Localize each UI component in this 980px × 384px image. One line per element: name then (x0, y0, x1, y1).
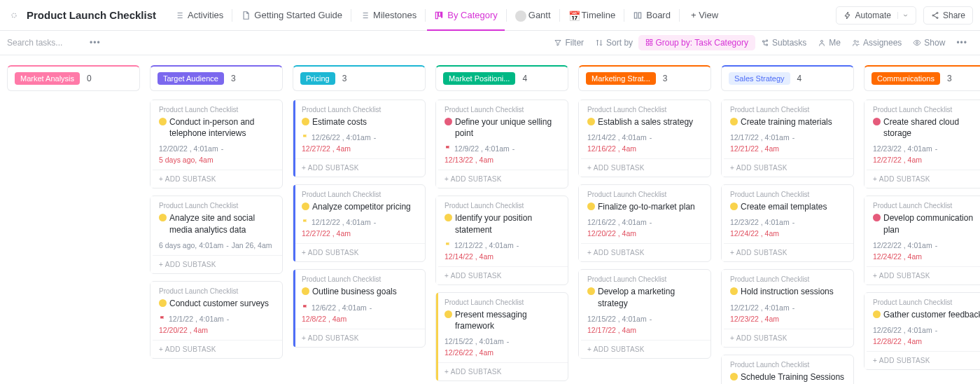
task-card[interactable]: Product Launch Checklist Estimate costs … (293, 100, 426, 177)
column-header[interactable]: Market Analysis0 (7, 65, 140, 91)
due-date: 12/26/22 , 4am (444, 348, 493, 357)
add-subtask-button[interactable]: + ADD SUBTASK (722, 329, 853, 347)
task-card[interactable]: Product Launch Checklist Create shared c… (864, 100, 980, 188)
add-subtask-button[interactable]: + ADD SUBTASK (722, 158, 853, 177)
sort-button[interactable]: Sort by (589, 35, 638, 50)
breadcrumb: Product Launch Checklist (302, 275, 418, 283)
add-subtask-button[interactable]: + ADD SUBTASK (864, 266, 980, 284)
column-header[interactable]: Target Audience3 (150, 65, 283, 91)
task-dates: 12/1/22 , 4:01am - 12/20/22 , 4am (159, 315, 275, 334)
add-subtask-button[interactable]: + ADD SUBTASK (579, 158, 710, 177)
status-dot-icon (730, 118, 738, 125)
task-card[interactable]: Product Launch Checklist Gather customer… (864, 292, 980, 370)
more-search-icon[interactable]: ••• (84, 35, 106, 50)
task-card[interactable]: Product Launch Checklist Develop a marke… (578, 269, 711, 358)
task-card[interactable]: Product Launch Checklist Develop communi… (864, 196, 980, 284)
show-button[interactable]: Show (907, 35, 951, 50)
add-subtask-button[interactable]: + ADD SUBTASK (293, 158, 425, 177)
svg-rect-12 (650, 43, 652, 45)
task-card[interactable]: Product Launch Checklist Identify your p… (435, 196, 568, 284)
app-logo-icon (7, 8, 21, 22)
tab-by-category[interactable]: By Category (427, 6, 505, 25)
tab-gantt[interactable]: Gantt (508, 6, 558, 25)
column-header[interactable]: Market Positioni...4 (435, 65, 568, 91)
svg-rect-9 (646, 39, 648, 41)
breadcrumb: Product Launch Checklist (587, 275, 704, 283)
column-header[interactable]: Sales Strategy4 (721, 65, 854, 91)
add-subtask-button[interactable]: + ADD SUBTASK (436, 362, 568, 380)
status-dot-icon (587, 287, 595, 295)
status-dot-icon (302, 287, 309, 295)
task-title: Create training materials (730, 116, 846, 128)
add-subtask-button[interactable]: + ADD SUBTASK (150, 255, 282, 273)
task-card[interactable]: Product Launch Checklist Create training… (721, 100, 854, 177)
task-card[interactable]: Product Launch Checklist Schedule Traini… (721, 355, 854, 384)
task-card[interactable]: Product Launch Checklist Analyze site an… (150, 196, 283, 273)
add-subtask-button[interactable]: + ADD SUBTASK (579, 243, 710, 261)
subtasks-button[interactable]: Subtasks (755, 35, 812, 50)
add-subtask-button[interactable]: + ADD SUBTASK (293, 243, 425, 261)
group-by-pill[interactable]: Group by: Task Category (638, 35, 755, 50)
column-header[interactable]: Communications3 (864, 65, 980, 91)
task-card[interactable]: Product Launch Checklist Hold instructio… (721, 269, 854, 347)
task-card[interactable]: Product Launch Checklist Create email te… (721, 184, 854, 262)
column-marketing-strat-: Marketing Strat...3 Product Launch Check… (578, 65, 711, 359)
svg-point-14 (854, 41, 856, 43)
flag-icon (444, 242, 451, 249)
category-pill: Sales Strategy (729, 72, 790, 85)
share-icon (931, 11, 939, 20)
people-icon (852, 39, 860, 47)
add-subtask-button[interactable]: + ADD SUBTASK (150, 340, 282, 358)
list-icon (174, 11, 184, 20)
task-card[interactable]: Product Launch Checklist Conduct custome… (150, 281, 283, 359)
task-card[interactable]: Product Launch Checklist Establish a sal… (578, 100, 711, 177)
add-subtask-button[interactable]: + ADD SUBTASK (864, 170, 980, 188)
due-date: 12/16/22 , 4am (587, 144, 636, 153)
tab-label: Milestones (373, 10, 416, 20)
breadcrumb: Product Launch Checklist (159, 202, 275, 210)
more-toolbar-icon[interactable]: ••• (951, 35, 973, 50)
add-subtask-button[interactable]: + ADD SUBTASK (722, 243, 853, 261)
start-date: 12/26/22 , 4:01am (873, 326, 932, 334)
task-card[interactable]: Product Launch Checklist Finalize go-to-… (578, 184, 711, 262)
breadcrumb: Product Launch Checklist (873, 202, 980, 210)
tab-milestones[interactable]: Milestones (353, 6, 424, 25)
add-view-button[interactable]: + View (684, 6, 725, 25)
task-title: Finalize go-to-market plan (587, 201, 704, 212)
task-card[interactable]: Product Launch Checklist Conduct in-pers… (150, 100, 283, 188)
due-date: 12/13/22 , 4am (444, 156, 493, 164)
due-date: 12/27/22 , 4am (302, 229, 351, 238)
tab-getting-started-guide[interactable]: Getting Started Guide (234, 6, 349, 25)
task-card[interactable]: Product Launch Checklist Analyze competi… (293, 184, 426, 262)
column-header[interactable]: Pricing3 (293, 65, 426, 91)
assignees-button[interactable]: Assignees (846, 35, 907, 50)
due-date: 12/21/22 , 4am (730, 144, 779, 153)
add-subtask-button[interactable]: + ADD SUBTASK (436, 266, 568, 284)
add-subtask-button[interactable]: + ADD SUBTASK (150, 170, 282, 188)
task-dates: 12/20/22 , 4:01am - 5 days ago, 4am (159, 144, 275, 164)
add-subtask-button[interactable]: + ADD SUBTASK (293, 329, 425, 347)
chevron-down-icon[interactable] (897, 12, 909, 19)
automate-button[interactable]: Automate (836, 6, 916, 25)
task-dates: 12/9/22 , 4:01am - 12/13/22 , 4am (444, 144, 561, 164)
add-subtask-button[interactable]: + ADD SUBTASK (864, 351, 980, 369)
breadcrumb: Product Launch Checklist (302, 106, 418, 114)
column-header[interactable]: Marketing Strat...3 (578, 65, 711, 91)
card-count: 0 (87, 74, 92, 83)
breadcrumb: Product Launch Checklist (730, 361, 846, 369)
tab-board[interactable]: Board (626, 6, 678, 25)
me-button[interactable]: Me (812, 35, 846, 50)
task-dates: 12/15/22 , 4:01am - 12/17/22 , 4am (587, 315, 704, 334)
share-button[interactable]: Share (923, 6, 973, 25)
tab-activities[interactable]: Activities (167, 6, 230, 25)
breadcrumb: Product Launch Checklist (444, 106, 561, 114)
search-input[interactable] (7, 38, 84, 48)
add-subtask-button[interactable]: + ADD SUBTASK (436, 170, 568, 188)
start-date: 12/16/22 , 4:01am (587, 218, 647, 226)
filter-button[interactable]: Filter (548, 35, 589, 50)
task-card[interactable]: Product Launch Checklist Present messagi… (435, 292, 568, 381)
task-card[interactable]: Product Launch Checklist Define your uni… (435, 100, 568, 188)
add-subtask-button[interactable]: + ADD SUBTASK (579, 340, 710, 358)
task-card[interactable]: Product Launch Checklist Outline busines… (293, 269, 426, 347)
tab-timeline[interactable]: 📅Timeline (561, 6, 623, 25)
